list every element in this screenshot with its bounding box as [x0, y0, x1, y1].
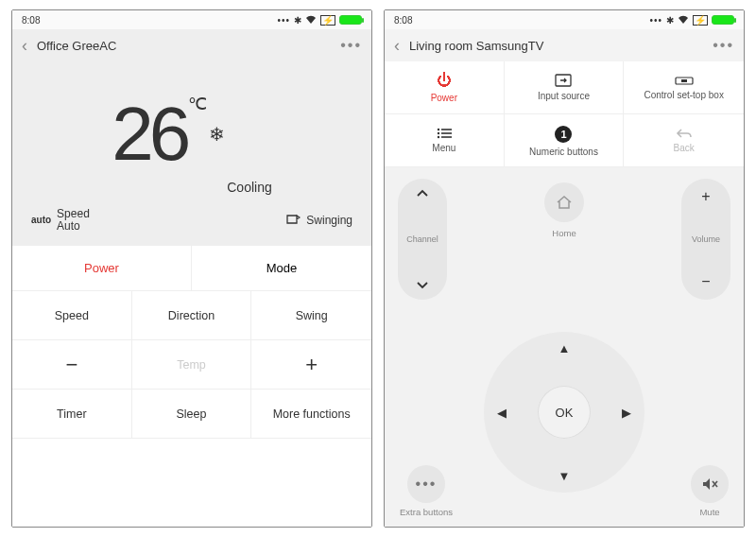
power-icon: ⏻ — [437, 72, 452, 89]
svg-point-7 — [438, 136, 439, 138]
plus-icon: + — [305, 353, 318, 377]
stb-icon — [675, 75, 694, 86]
header: ‹ Living room SamsungTV ••• — [385, 29, 744, 61]
menu-button[interactable]: Menu — [385, 114, 505, 167]
direction-button[interactable]: Direction — [132, 291, 252, 340]
svg-rect-6 — [441, 132, 452, 134]
header: ‹ Office GreeAC ••• — [12, 29, 371, 61]
wifi-icon — [305, 15, 317, 25]
home-column: Home — [544, 179, 584, 300]
more-icon[interactable]: ••• — [340, 37, 362, 54]
phone-tv: 8:08 ••• ✱ ⚡ ‹ Living room SamsungTV •••… — [384, 9, 745, 528]
swing-button[interactable]: Swing — [251, 291, 371, 340]
volume-rocker: + Volume − — [681, 179, 730, 300]
extra-buttons-group: ••• Extra buttons — [400, 465, 453, 517]
back-icon[interactable]: ‹ — [22, 36, 27, 56]
temperature-value: 26 — [112, 96, 186, 172]
bluetooth-icon: ✱ — [666, 15, 674, 26]
status-bar: 8:08 ••• ✱ ⚡ — [385, 10, 744, 29]
speed-button[interactable]: Speed — [12, 291, 132, 340]
speed-value: Auto — [57, 220, 90, 233]
power-button[interactable]: ⏻ Power — [385, 61, 505, 114]
swing-status: Swinging — [285, 213, 352, 228]
dots-icon: ••• — [416, 476, 438, 493]
svg-point-3 — [438, 129, 439, 130]
volume-label: Volume — [692, 234, 720, 244]
dpad-right-button[interactable]: ▶ — [622, 406, 631, 420]
swing-label: Swinging — [306, 214, 352, 227]
input-source-button[interactable]: Input source — [505, 61, 625, 114]
channel-up-button[interactable] — [416, 188, 429, 198]
svg-rect-4 — [441, 129, 452, 130]
mode-status: Cooling — [227, 180, 271, 195]
status-bar: 8:08 ••• ✱ ⚡ — [12, 10, 371, 29]
page-title: Office GreeAC — [37, 39, 331, 53]
dpad: ▲ ▼ ◀ ▶ OK — [484, 332, 644, 493]
ok-label: OK — [556, 406, 574, 420]
svg-rect-2 — [681, 79, 687, 82]
speed-label: Speed — [57, 208, 90, 220]
extra-buttons-button[interactable]: ••• — [407, 465, 445, 503]
status-time: 8:08 — [394, 15, 412, 26]
page-title: Living room SamsungTV — [409, 39, 703, 53]
mute-button[interactable] — [691, 465, 729, 503]
back-icon[interactable]: ‹ — [394, 36, 400, 56]
home-label: Home — [552, 228, 576, 238]
power-button[interactable]: Power — [12, 246, 192, 291]
signal-icon: ••• — [277, 15, 290, 26]
snowflake-icon: ❄ — [209, 123, 225, 146]
back-button[interactable]: Back — [624, 114, 744, 167]
charge-icon: ⚡ — [693, 15, 708, 26]
more-functions-button[interactable]: More functions — [251, 390, 371, 439]
temperature-display: 26 ℃ ❄ Cooling — [12, 61, 371, 208]
channel-rocker: Channel — [398, 179, 447, 300]
dpad-down-button[interactable]: ▼ — [558, 469, 571, 483]
volume-up-button[interactable]: + — [701, 188, 710, 205]
back-label: Back — [674, 143, 695, 153]
channel-down-button[interactable] — [416, 281, 429, 290]
ac-status-row: auto Speed Auto Swinging — [12, 208, 371, 246]
mute-group: Mute — [691, 465, 729, 517]
channel-label: Channel — [406, 234, 438, 244]
svg-point-5 — [438, 132, 439, 134]
mode-button[interactable]: Mode — [192, 246, 371, 291]
input-icon — [555, 74, 572, 87]
volume-down-button[interactable]: − — [701, 273, 710, 290]
battery-icon — [712, 15, 734, 25]
home-button[interactable] — [544, 182, 584, 222]
dpad-up-button[interactable]: ▲ — [558, 341, 571, 355]
numeric-button[interactable]: 1 Numeric buttons — [505, 114, 625, 167]
menu-icon — [437, 128, 452, 139]
tv-control-area: Channel Home + Volume − — [385, 167, 744, 527]
auto-icon: auto — [31, 215, 51, 225]
back-arrow-icon — [676, 128, 693, 139]
tv-body: ⏻ Power Input source Control set-top box — [385, 61, 744, 527]
temp-down-button[interactable]: − — [12, 340, 132, 390]
ok-button[interactable]: OK — [538, 386, 591, 439]
speed-status: auto Speed Auto — [31, 208, 90, 233]
stb-button[interactable]: Control set-top box — [624, 61, 744, 114]
ac-display-panel: 26 ℃ ❄ Cooling auto Speed Auto Swinging — [12, 61, 371, 246]
more-icon[interactable]: ••• — [713, 37, 734, 54]
temp-up-button[interactable]: + — [251, 340, 371, 390]
dpad-area: ▲ ▼ ◀ ▶ OK ••• Extra buttons Mute — [398, 309, 730, 515]
bluetooth-icon: ✱ — [294, 15, 301, 26]
temp-label: Temp — [132, 340, 252, 390]
tv-tile-grid: ⏻ Power Input source Control set-top box — [385, 61, 744, 167]
sleep-button[interactable]: Sleep — [132, 390, 252, 439]
extra-label: Extra buttons — [400, 507, 453, 517]
temperature-unit: ℃ — [188, 94, 207, 114]
power-label: Power — [431, 93, 457, 103]
swing-icon — [285, 213, 301, 228]
status-time: 8:08 — [22, 15, 40, 26]
minus-icon: − — [65, 353, 77, 377]
svg-rect-8 — [441, 136, 452, 138]
numeric-label: Numeric buttons — [529, 147, 598, 157]
status-icons: ••• ✱ ⚡ — [277, 15, 362, 26]
menu-label: Menu — [432, 143, 455, 153]
ac-button-grid: Power Mode Speed Direction Swing − Temp … — [12, 246, 371, 527]
timer-button[interactable]: Timer — [12, 390, 132, 439]
wifi-icon — [678, 15, 689, 25]
dpad-left-button[interactable]: ◀ — [497, 406, 507, 420]
battery-icon — [339, 15, 362, 25]
